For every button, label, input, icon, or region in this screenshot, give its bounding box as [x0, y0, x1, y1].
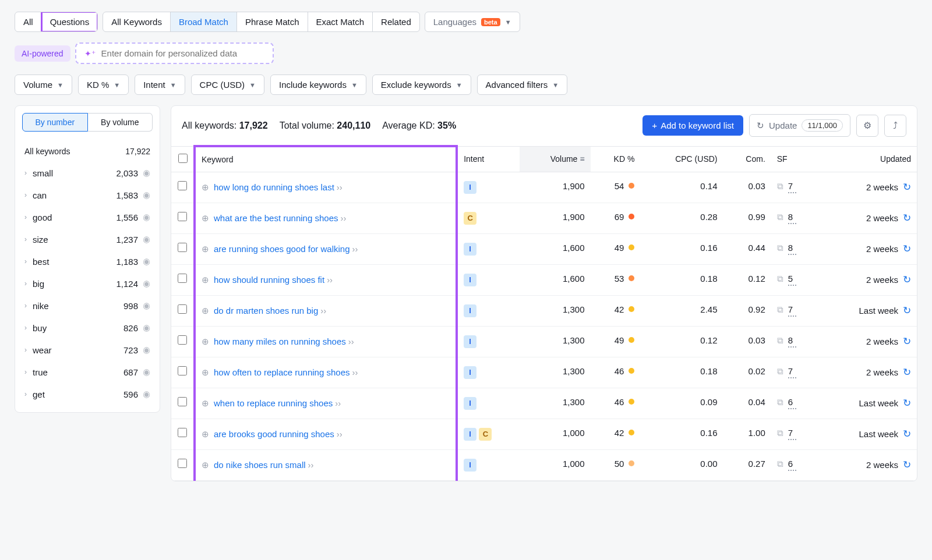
- keyword-link[interactable]: how long do running shoes last››: [214, 181, 343, 193]
- row-checkbox[interactable]: [178, 304, 187, 314]
- sidebar-item-wear[interactable]: ›wear723◉: [22, 339, 153, 361]
- row-checkbox[interactable]: [178, 459, 187, 468]
- col-sf[interactable]: SF: [771, 146, 819, 172]
- keyword-link[interactable]: how should running shoes fit››: [214, 274, 333, 286]
- expand-icon[interactable]: ⊕: [202, 182, 209, 193]
- expand-icon[interactable]: ⊕: [202, 275, 209, 285]
- eye-icon[interactable]: ◉: [143, 300, 150, 311]
- row-checkbox[interactable]: [178, 243, 187, 252]
- add-to-keyword-list-button[interactable]: + Add to keyword list: [642, 115, 743, 136]
- serp-icon[interactable]: ⧉: [777, 212, 783, 222]
- serp-icon[interactable]: ⧉: [777, 459, 783, 469]
- eye-icon[interactable]: ◉: [143, 367, 150, 377]
- tab-exact-match[interactable]: Exact Match: [308, 12, 373, 31]
- expand-icon[interactable]: ⊕: [202, 429, 209, 440]
- select-all-checkbox[interactable]: [178, 154, 188, 163]
- col-kd[interactable]: KD %: [591, 146, 641, 172]
- expand-icon[interactable]: ⊕: [202, 460, 209, 470]
- col-intent[interactable]: Intent: [457, 146, 520, 172]
- sidebar-item-best[interactable]: ›best1,183◉: [22, 250, 153, 272]
- row-checkbox[interactable]: [178, 366, 187, 375]
- filter-volume[interactable]: Volume▼: [15, 75, 72, 95]
- refresh-row-icon[interactable]: ↻: [903, 212, 911, 224]
- expand-icon[interactable]: ⊕: [202, 336, 209, 347]
- eye-icon[interactable]: ◉: [143, 278, 150, 289]
- refresh-row-icon[interactable]: ↻: [903, 366, 911, 378]
- filter-advanced-filters[interactable]: Advanced filters▼: [477, 75, 568, 95]
- update-button[interactable]: ↻ Update 11/1,000: [749, 114, 850, 137]
- tab-broad-match[interactable]: Broad Match: [171, 12, 237, 31]
- sidebar-toggle-by-volume[interactable]: By volume: [88, 113, 153, 132]
- tab-phrase-match[interactable]: Phrase Match: [237, 12, 308, 31]
- ai-domain-input[interactable]: [101, 48, 264, 58]
- serp-icon[interactable]: ⧉: [777, 274, 783, 283]
- keyword-link[interactable]: are running shoes good for walking››: [214, 243, 358, 255]
- eye-icon[interactable]: ◉: [143, 168, 150, 178]
- refresh-row-icon[interactable]: ↻: [903, 243, 911, 255]
- tab-all-keywords[interactable]: All Keywords: [103, 12, 171, 31]
- refresh-row-icon[interactable]: ↻: [903, 397, 911, 409]
- eye-icon[interactable]: ◉: [143, 212, 150, 222]
- row-checkbox[interactable]: [178, 212, 187, 221]
- filter-include-keywords[interactable]: Include keywords▼: [270, 75, 366, 95]
- row-checkbox[interactable]: [178, 428, 187, 437]
- keyword-link[interactable]: how many miles on running shoes››: [214, 335, 354, 348]
- row-checkbox[interactable]: [178, 181, 187, 190]
- sidebar-item-true[interactable]: ›true687◉: [22, 361, 153, 383]
- refresh-row-icon[interactable]: ↻: [903, 274, 911, 286]
- refresh-row-icon[interactable]: ↻: [903, 181, 911, 193]
- refresh-row-icon[interactable]: ↻: [903, 304, 911, 317]
- eye-icon[interactable]: ◉: [143, 345, 150, 355]
- eye-icon[interactable]: ◉: [143, 256, 150, 267]
- eye-icon[interactable]: ◉: [143, 234, 150, 244]
- filter-intent[interactable]: Intent▼: [135, 75, 185, 95]
- serp-icon[interactable]: ⧉: [777, 397, 783, 407]
- keyword-link[interactable]: when to replace running shoes››: [214, 397, 341, 409]
- sidebar-item-size[interactable]: ›size1,237◉: [22, 228, 153, 250]
- expand-icon[interactable]: ⊕: [202, 244, 209, 254]
- serp-icon[interactable]: ⧉: [777, 366, 783, 376]
- keyword-link[interactable]: how often to replace running shoes››: [214, 366, 358, 378]
- refresh-row-icon[interactable]: ↻: [903, 335, 911, 348]
- expand-icon[interactable]: ⊕: [202, 213, 209, 224]
- sidebar-item-get[interactable]: ›get596◉: [22, 383, 153, 405]
- row-checkbox[interactable]: [178, 274, 187, 283]
- col-com[interactable]: Com.: [723, 146, 771, 172]
- expand-icon[interactable]: ⊕: [202, 398, 209, 409]
- filter-exclude-keywords[interactable]: Exclude keywords▼: [372, 75, 471, 95]
- keyword-link[interactable]: what are the best running shoes››: [214, 212, 346, 224]
- languages-dropdown[interactable]: Languages beta ▼: [425, 12, 520, 32]
- row-checkbox[interactable]: [178, 335, 187, 345]
- expand-icon[interactable]: ⊕: [202, 306, 209, 316]
- refresh-row-icon[interactable]: ↻: [903, 428, 911, 440]
- row-checkbox[interactable]: [178, 397, 187, 406]
- col-keyword[interactable]: Keyword: [195, 146, 457, 172]
- keyword-link[interactable]: do dr marten shoes run big››: [214, 304, 326, 317]
- refresh-row-icon[interactable]: ↻: [903, 459, 911, 471]
- sidebar-item-big[interactable]: ›big1,124◉: [22, 272, 153, 295]
- col-cpc[interactable]: CPC (USD): [640, 146, 723, 172]
- tab-questions[interactable]: Questions: [42, 12, 98, 31]
- keyword-link[interactable]: are brooks good running shoes››: [214, 428, 343, 440]
- tab-related[interactable]: Related: [373, 12, 419, 31]
- filter-cpc-usd-[interactable]: CPC (USD)▼: [191, 75, 264, 95]
- eye-icon[interactable]: ◉: [143, 190, 150, 200]
- tab-all[interactable]: All: [15, 12, 42, 31]
- export-button[interactable]: ⤴: [884, 115, 906, 137]
- keyword-link[interactable]: do nike shoes run small››: [214, 459, 314, 471]
- sidebar-item-buy[interactable]: ›buy826◉: [22, 317, 153, 339]
- sidebar-item-nike[interactable]: ›nike998◉: [22, 295, 153, 317]
- serp-icon[interactable]: ⧉: [777, 304, 783, 314]
- serp-icon[interactable]: ⧉: [777, 335, 783, 345]
- col-updated[interactable]: Updated: [818, 146, 917, 172]
- sidebar-item-can[interactable]: ›can1,583◉: [22, 184, 153, 206]
- eye-icon[interactable]: ◉: [143, 322, 150, 333]
- settings-button[interactable]: ⚙: [856, 115, 878, 137]
- col-volume[interactable]: Volume≡: [520, 146, 590, 172]
- filter-kd-[interactable]: KD %▼: [78, 75, 129, 95]
- sidebar-item-small[interactable]: ›small2,033◉: [22, 162, 153, 184]
- eye-icon[interactable]: ◉: [143, 389, 150, 399]
- serp-icon[interactable]: ⧉: [777, 243, 783, 253]
- serp-icon[interactable]: ⧉: [777, 428, 783, 438]
- sidebar-item-good[interactable]: ›good1,556◉: [22, 206, 153, 228]
